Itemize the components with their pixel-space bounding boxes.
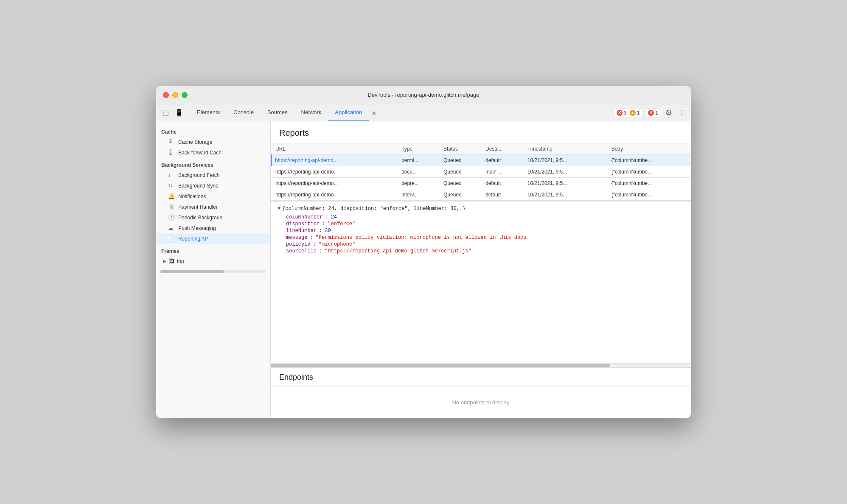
tab-console[interactable]: Console <box>227 104 261 121</box>
sidebar-item-cache-storage[interactable]: 🗄 Cache Storage <box>156 137 270 147</box>
horizontal-scrollbar-thumb <box>271 364 610 367</box>
col-header-body: Body <box>607 143 691 155</box>
tabs: Elements Console Sources Network Applica… <box>190 104 614 121</box>
traffic-lights <box>163 92 188 98</box>
row-url-1: https://reporting-api-demo... <box>271 155 397 166</box>
sidebar-item-cache-storage-label: Cache Storage <box>178 139 212 145</box>
row-url-4: https://reporting-api-demo... <box>271 189 397 201</box>
endpoints-title: Endpoints <box>271 368 691 386</box>
row-url-3: https://reporting-api-demo... <box>271 178 397 189</box>
sidebar-item-bg-fetch-label: Background Fetch <box>178 172 219 178</box>
more-options-button[interactable]: ⋮ <box>676 106 687 119</box>
more-tabs-button[interactable]: » <box>369 104 379 121</box>
row-type-4: interv... <box>397 189 439 201</box>
detail-row-6: sourceFile : "https://reporting-api-demo… <box>286 248 684 254</box>
sidebar-item-back-forward-label: Back-forward Cach <box>178 150 222 156</box>
no-endpoints-text: No endpoints to display <box>271 386 691 418</box>
tab-sources[interactable]: Sources <box>261 104 294 121</box>
table-row[interactable]: https://reporting-api-demo... permi... Q… <box>271 155 691 166</box>
devtools-window: DevTools - reporting-api-demo.glitch.me/… <box>156 86 691 418</box>
maximize-button[interactable] <box>182 92 188 98</box>
bg-sync-icon: ↻ <box>168 182 175 189</box>
close-button[interactable] <box>163 92 169 98</box>
row-dest-3: default <box>481 178 523 189</box>
detail-val-2: "enforce" <box>328 221 355 227</box>
tab-network[interactable]: Network <box>294 104 328 121</box>
sidebar-item-periodic-background[interactable]: 🕐 Periodic Backgroun <box>156 212 270 223</box>
table-row[interactable]: https://reporting-api-demo... depre... Q… <box>271 178 691 189</box>
cache-header: Cache <box>156 125 270 137</box>
warning-icon: ▲ <box>630 110 636 116</box>
tab-elements[interactable]: Elements <box>190 104 227 121</box>
detail-header-text: {columnNumber: 24, disposition: "enforce… <box>282 206 466 212</box>
detail-header: ▼ {columnNumber: 24, disposition: "enfor… <box>278 206 684 212</box>
periodic-bg-icon: 🕐 <box>168 214 175 221</box>
toolbar: ⬚ 📱 Elements Console Sources Network App… <box>156 104 691 121</box>
settings-button[interactable]: ⚙ <box>664 106 674 119</box>
detail-row-1: columnNumber : 24 <box>286 214 684 220</box>
sidebar-item-payment-handler[interactable]: 🃏 Payment Handler <box>156 202 270 212</box>
detail-key-2: disposition <box>286 221 320 227</box>
row-dest-2: main-... <box>481 166 523 178</box>
detail-key-4: message <box>286 235 307 241</box>
reporting-api-icon: 📄 <box>168 235 175 242</box>
sidebar-item-reporting-api[interactable]: 📄 Reporting API <box>156 233 270 244</box>
error-count-2: 1 <box>655 110 658 116</box>
sidebar-item-background-fetch[interactable]: ↕ Background Fetch <box>156 170 270 180</box>
sidebar-item-notifications-label: Notifications <box>178 193 206 199</box>
reports-table-container: URL Type Status Desti... Timestamp Body … <box>271 143 691 201</box>
row-type-2: docu... <box>397 166 439 178</box>
row-dest-1: default <box>481 155 523 166</box>
back-forward-icon: 🗄 <box>168 149 175 156</box>
main-area: Cache 🗄 Cache Storage 🗄 Back-forward Cac… <box>156 121 691 418</box>
sidebar-item-back-forward-cache[interactable]: 🗄 Back-forward Cach <box>156 147 270 158</box>
bg-fetch-icon: ↕ <box>168 172 175 178</box>
row-dest-4: default <box>481 189 523 201</box>
error-count-1: 3 <box>624 110 627 116</box>
sidebar-item-frames-top[interactable]: ▶ 🖼 top <box>156 256 270 266</box>
detail-row-4: message : "Permissions policy violation:… <box>286 235 684 241</box>
table-row[interactable]: https://reporting-api-demo... docu... Qu… <box>271 166 691 178</box>
sidebar-item-push-messaging-label: Push Messaging <box>178 225 216 231</box>
tab-application[interactable]: Application <box>328 104 369 121</box>
error-badge-1[interactable]: ✕ 3 ▲ 1 <box>614 109 642 117</box>
sidebar-item-periodic-bg-label: Periodic Backgroun <box>178 215 222 221</box>
push-messaging-icon: ☁ <box>168 225 175 231</box>
detail-val-6: "https://reporting-api-demo.glitch.me/sc… <box>325 248 471 254</box>
detail-val-1: 24 <box>331 214 337 220</box>
sidebar-scrollbar[interactable] <box>160 270 266 273</box>
sidebar-item-background-sync[interactable]: ↻ Background Sync <box>156 180 270 191</box>
row-body-4: {"columnNumbe... <box>607 189 691 201</box>
detail-arrow-icon[interactable]: ▼ <box>278 206 280 212</box>
detail-key-6: sourceFile <box>286 248 317 254</box>
horizontal-scrollbar[interactable] <box>271 363 691 367</box>
device-toggle-button[interactable]: 📱 <box>173 107 185 119</box>
row-status-1: Queued <box>439 155 481 166</box>
sidebar-item-notifications[interactable]: 🔔 Notifications <box>156 191 270 202</box>
row-type-3: depre... <box>397 178 439 189</box>
cache-storage-icon: 🗄 <box>168 139 175 145</box>
row-status-3: Queued <box>439 178 481 189</box>
frames-header: Frames <box>156 244 270 256</box>
row-body-3: {"columnNumbe... <box>607 178 691 189</box>
col-header-status: Status <box>439 143 481 155</box>
row-timestamp-4: 10/21/2021, 9:5... <box>523 189 607 201</box>
sidebar-item-push-messaging[interactable]: ☁ Push Messaging <box>156 223 270 233</box>
error-badge-2[interactable]: ✕ 1 <box>645 109 661 117</box>
row-type-1: permi... <box>397 155 439 166</box>
inspect-tool-button[interactable]: ⬚ <box>160 107 171 119</box>
row-body-2: {"columnNumbe... <box>607 166 691 178</box>
minimize-button[interactable] <box>172 92 178 98</box>
detail-row-5: policyId : "microphone" <box>286 241 684 247</box>
sidebar-item-payment-label: Payment Handler <box>178 204 218 210</box>
col-header-timestamp: Timestamp <box>523 143 607 155</box>
detail-val-3: 30 <box>325 228 331 234</box>
sidebar: Cache 🗄 Cache Storage 🗄 Back-forward Cac… <box>156 121 271 418</box>
table-row[interactable]: https://reporting-api-demo... interv... … <box>271 189 691 201</box>
detail-val-4: "Permissions policy violation: microphon… <box>316 235 530 241</box>
error-icon: ✕ <box>617 110 623 116</box>
col-header-type: Type <box>397 143 439 155</box>
warning-count: 1 <box>637 110 640 116</box>
detail-row-2: disposition : "enforce" <box>286 221 684 227</box>
toolbar-icons: ⬚ 📱 <box>160 107 185 119</box>
